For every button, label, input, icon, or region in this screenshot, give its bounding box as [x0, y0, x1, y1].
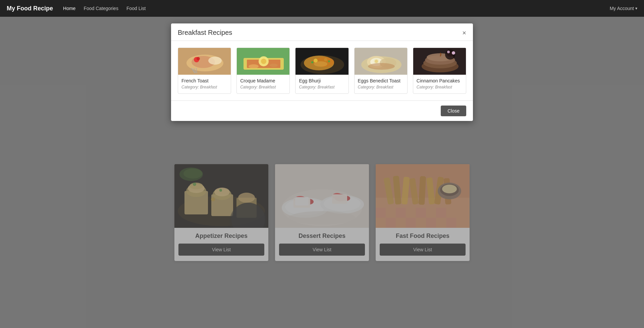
recipe-category-cinnamon-pancakes: Category: Breakfast: [417, 85, 463, 89]
svg-point-24: [328, 60, 330, 62]
recipe-card-french-toast[interactable]: French Toast Category: Breakfast: [178, 48, 231, 94]
recipe-card-body-croque-madame: Croque Madame Category: Breakfast: [237, 75, 289, 93]
recipe-category-french-toast: Category: Breakfast: [181, 85, 227, 89]
svg-point-15: [270, 64, 278, 67]
modal-overlay: Breakfast Recipes ×: [0, 17, 644, 328]
modal-header: Breakfast Recipes ×: [171, 23, 473, 41]
recipe-title-french-toast: French Toast: [181, 78, 227, 83]
recipe-title-croque-madame: Croque Madame: [240, 78, 286, 83]
svg-point-40: [452, 51, 455, 55]
recipe-title-egg-bhurji: Egg Bhurji: [299, 78, 345, 83]
modal-close-x-button[interactable]: ×: [462, 29, 466, 36]
svg-point-13: [261, 59, 266, 64]
nav-food-categories[interactable]: Food Categories: [84, 6, 118, 11]
recipe-card-body-french-toast: French Toast Category: Breakfast: [178, 75, 231, 93]
recipe-category-egg-bhurji: Category: Breakfast: [299, 85, 345, 89]
nav-links: Home Food Categories Food List: [63, 6, 146, 11]
app-title: My Food Recipe: [7, 5, 53, 12]
svg-point-21: [324, 58, 327, 61]
recipe-category-eggs-benedict: Category: Breakfast: [358, 85, 404, 89]
my-account-button[interactable]: My Account: [610, 6, 637, 11]
svg-point-22: [314, 61, 327, 67]
page-background: Breakfast Recipes ×: [0, 17, 644, 328]
recipe-image-croque-madame: [237, 48, 289, 75]
recipe-card-croque-madame[interactable]: Croque Madame Category: Breakfast: [236, 48, 290, 94]
recipe-image-french-toast: [178, 48, 231, 75]
recipe-title-eggs-benedict: Eggs Benedict Toast: [358, 78, 404, 83]
recipe-category-croque-madame: Category: Breakfast: [240, 85, 286, 89]
navbar: My Food Recipe Home Food Categories Food…: [0, 0, 644, 17]
recipe-card-body-egg-bhurji: Egg Bhurji Category: Breakfast: [296, 75, 348, 93]
svg-point-41: [447, 51, 450, 53]
recipe-card-body-eggs-benedict: Eggs Benedict Toast Category: Breakfast: [355, 75, 407, 93]
recipe-image-egg-bhurji: [296, 48, 348, 75]
svg-point-5: [208, 57, 222, 65]
svg-point-32: [368, 63, 395, 70]
recipe-card-cinnamon-pancakes[interactable]: Cinnamon Pancakes Category: Breakfast: [413, 48, 466, 94]
recipe-image-eggs-benedict: [355, 48, 407, 75]
svg-point-30: [375, 60, 378, 63]
modal-title: Breakfast Recipes: [178, 29, 232, 37]
nav-food-list[interactable]: Food List: [126, 6, 146, 11]
recipe-image-cinnamon-pancakes: [413, 48, 466, 75]
modal-footer: Close: [171, 101, 473, 121]
modal-close-button[interactable]: Close: [441, 106, 466, 116]
svg-point-4: [197, 57, 200, 60]
recipe-title-cinnamon-pancakes: Cinnamon Pancakes: [417, 78, 463, 83]
modal-body: French Toast Category: Breakfast: [171, 41, 473, 101]
recipe-card-egg-bhurji[interactable]: Egg Bhurji Category: Breakfast: [295, 48, 348, 94]
breakfast-recipes-modal: Breakfast Recipes ×: [171, 23, 473, 121]
svg-point-23: [311, 61, 313, 63]
recipe-card-body-cinnamon-pancakes: Cinnamon Pancakes Category: Breakfast: [413, 75, 466, 93]
svg-point-14: [249, 64, 259, 68]
recipe-card-eggs-benedict[interactable]: Eggs Benedict Toast Category: Breakfast: [354, 48, 408, 94]
nav-home[interactable]: Home: [63, 6, 75, 11]
